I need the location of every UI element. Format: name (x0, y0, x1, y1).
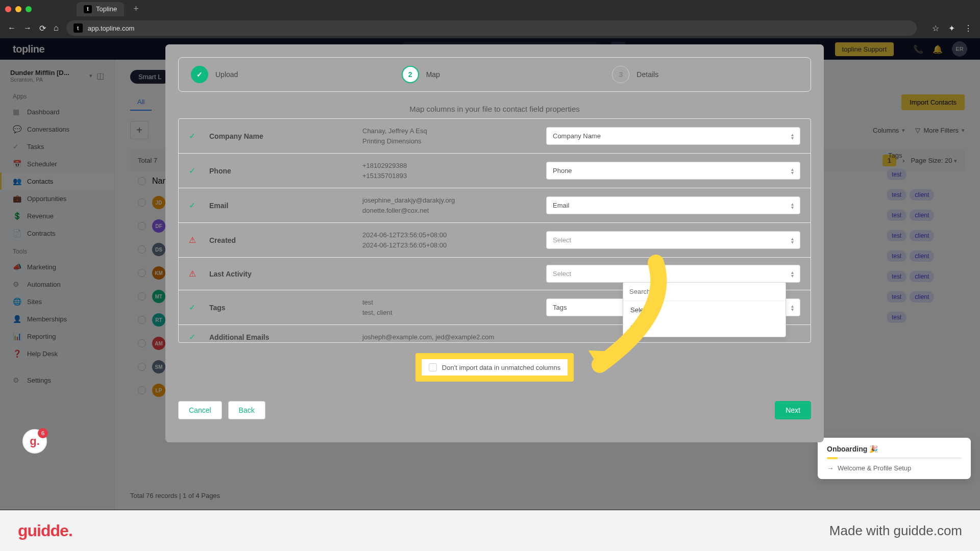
minimize-window-icon[interactable] (15, 6, 21, 12)
browser-tab[interactable]: t Topline (77, 2, 124, 16)
checkbox[interactable] (429, 363, 437, 371)
tag-chip[interactable]: client (910, 230, 934, 241)
row-checkbox[interactable] (138, 269, 146, 277)
tag-chip[interactable]: test (887, 210, 906, 221)
sample-data: Chanay, Jeffrey A EsqPrinting Dimensions (362, 126, 536, 146)
sidebar-item-contracts[interactable]: 📄Contracts (0, 224, 114, 242)
field-dropdown: Select Name (623, 282, 786, 337)
dropdown-search-input[interactable] (623, 283, 786, 301)
new-tab-button[interactable]: + (128, 4, 144, 14)
stepper: ✓ Upload 2 Map 3 Details (178, 57, 811, 92)
chevron-down-icon: ▾ (962, 127, 965, 134)
sidebar-item-marketing[interactable]: 📣Marketing (0, 258, 114, 276)
home-icon[interactable]: ⌂ (54, 23, 59, 33)
check-icon: ✓ (191, 66, 208, 83)
sidebar-item-memberships[interactable]: 👤Memberships (0, 310, 114, 328)
chevron-down-icon: ▾ (89, 72, 92, 79)
row-checkbox[interactable] (138, 386, 146, 394)
row-checkbox[interactable] (138, 245, 146, 254)
sidebar-item-sites[interactable]: 🌐Sites (0, 293, 114, 310)
panel-toggle-icon[interactable]: ◫ (96, 71, 104, 81)
onboarding-step[interactable]: → Welcome & Profile Setup (827, 464, 962, 472)
field-select[interactable]: Select▴▾ (546, 265, 800, 283)
tag-chip[interactable]: client (910, 251, 934, 262)
field-select[interactable]: Company Name▴▾ (546, 127, 800, 145)
tag-chip[interactable]: client (910, 210, 934, 221)
guidde-badge[interactable]: g. 6 (22, 429, 47, 454)
org-switcher[interactable]: Dunder Mifflin [D... Scranton, PA ▾ ◫ (0, 65, 114, 87)
close-window-icon[interactable] (5, 6, 11, 12)
sidebar-item-blank[interactable] (0, 362, 114, 371)
forward-icon[interactable]: → (23, 23, 32, 33)
guidde-logo-icon: g. (30, 435, 40, 448)
phone-icon[interactable]: 📞 (913, 44, 923, 54)
row-checkbox[interactable] (138, 316, 146, 324)
tag-cell: test (883, 164, 965, 185)
nav-icon: ❓ (13, 349, 21, 358)
tag-chip[interactable]: test (887, 271, 906, 282)
field-select[interactable]: Phone▴▾ (546, 162, 800, 180)
column-name: Email (209, 202, 352, 210)
onboarding-widget[interactable]: Onboarding 🎉 → Welcome & Profile Setup (818, 438, 971, 479)
tag-chip[interactable]: test (887, 230, 906, 241)
tag-chip[interactable]: test (887, 312, 906, 323)
sidebar-item-reporting[interactable]: 📊Reporting (0, 328, 114, 345)
maximize-window-icon[interactable] (26, 6, 32, 12)
sidebar-item-opportunities[interactable]: 💼Opportunities (0, 190, 114, 207)
sidebar-item-dashboard[interactable]: ▦Dashboard (0, 103, 114, 120)
row-checkbox[interactable] (138, 363, 146, 371)
org-location: Scranton, PA (10, 77, 85, 83)
step-details: 3 Details (600, 58, 811, 91)
star-icon[interactable]: ☆ (932, 23, 939, 33)
menu-icon[interactable]: ⋮ (964, 23, 972, 33)
extensions-icon[interactable]: ✦ (948, 23, 955, 33)
select-all-checkbox[interactable] (138, 177, 146, 185)
add-button[interactable]: + (130, 121, 149, 139)
field-select[interactable]: Email▴▾ (546, 196, 800, 214)
user-avatar[interactable]: ER (952, 41, 967, 57)
sidebar-item-revenue[interactable]: 💲Revenue (0, 207, 114, 224)
more-filters[interactable]: ▽ More Filters ▾ (915, 127, 965, 134)
dropdown-option[interactable]: Select (623, 301, 786, 319)
back-icon[interactable]: ← (8, 23, 16, 33)
row-checkbox[interactable] (138, 222, 146, 230)
cancel-button[interactable]: Cancel (178, 401, 222, 419)
nav-icon: ⚙ (13, 280, 21, 288)
step-upload: ✓ Upload (179, 58, 389, 91)
bell-icon[interactable]: 🔔 (933, 44, 943, 54)
reload-icon[interactable]: ⟳ (39, 23, 46, 33)
url-bar[interactable]: t app.topline.com (66, 20, 917, 36)
sidebar-item-conversations[interactable]: 💬Conversations (0, 120, 114, 138)
smart-pill[interactable]: Smart L (130, 70, 170, 84)
tab-all[interactable]: All (130, 94, 152, 111)
field-select[interactable]: Select▴▾ (546, 231, 800, 249)
sidebar-item-help-desk[interactable]: ❓Help Desk (0, 345, 114, 362)
row-checkbox[interactable] (138, 339, 146, 347)
tag-chip[interactable]: client (910, 271, 934, 282)
sort-icon: ▴▾ (791, 304, 794, 311)
unmatched-checkbox-row[interactable]: Don't import data in unmatched columns (422, 359, 568, 375)
tag-chip[interactable]: client (910, 189, 934, 201)
support-button[interactable]: topline Support (835, 42, 894, 56)
row-checkbox[interactable] (138, 292, 146, 300)
pagination-summary: Total 76 records | 1 of 4 Pages (130, 492, 220, 499)
next-button[interactable]: Next (775, 401, 811, 419)
sidebar-item-settings[interactable]: ⚙Settings (0, 371, 114, 389)
check-circle-icon: ✓ (189, 166, 195, 175)
sidebar-item-scheduler[interactable]: 📅Scheduler (0, 155, 114, 172)
tag-chip[interactable]: client (910, 291, 934, 303)
sidebar-item-automation[interactable]: ⚙Automation (0, 276, 114, 293)
import-contacts-button[interactable]: Import Contacts (901, 94, 965, 110)
sidebar-item-tasks[interactable]: ✓Tasks (0, 138, 114, 155)
back-button[interactable]: Back (228, 401, 265, 419)
avatar: LP (152, 384, 165, 397)
tag-chip[interactable]: test (887, 189, 906, 201)
tag-chip[interactable]: test (887, 291, 906, 303)
sidebar-item-contacts[interactable]: 👥Contacts (0, 172, 114, 190)
dropdown-option[interactable]: Name (623, 319, 786, 337)
tag-chip[interactable]: test (887, 251, 906, 262)
section-tools: Tools (0, 242, 114, 258)
row-checkbox[interactable] (138, 198, 146, 207)
tag-chip[interactable]: test (887, 169, 906, 180)
columns-toggle[interactable]: Columns ▾ (873, 127, 905, 134)
